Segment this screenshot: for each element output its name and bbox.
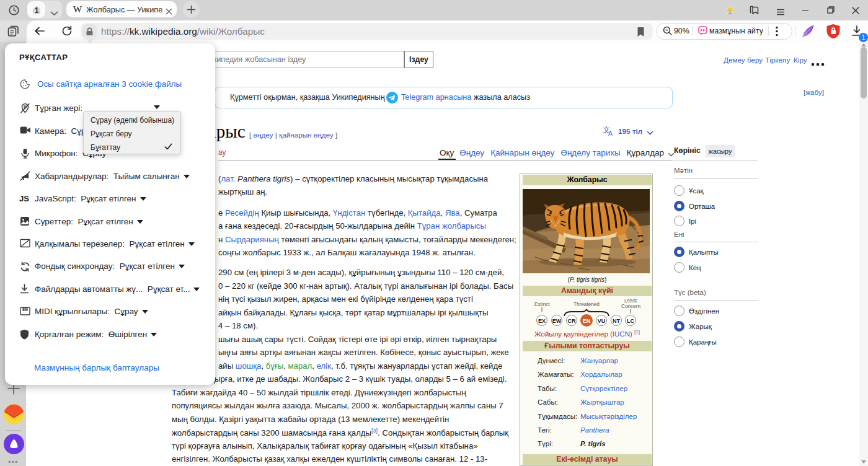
svg-text:NT: NT xyxy=(613,318,620,324)
svg-text:VU: VU xyxy=(598,318,606,324)
svg-text:A: A xyxy=(608,130,613,136)
svg-text:EX: EX xyxy=(538,318,546,324)
svg-text:Least: Least xyxy=(624,299,637,304)
svg-text:Threatened: Threatened xyxy=(574,302,600,307)
svg-text:Concern: Concern xyxy=(621,304,640,309)
svg-text:EN: EN xyxy=(583,318,591,324)
svg-text:EW: EW xyxy=(552,318,562,324)
svg-text:1: 1 xyxy=(35,6,39,15)
svg-text:LC: LC xyxy=(627,318,634,324)
svg-text:CR: CR xyxy=(568,318,576,324)
svg-text:Extinct: Extinct xyxy=(534,302,550,307)
